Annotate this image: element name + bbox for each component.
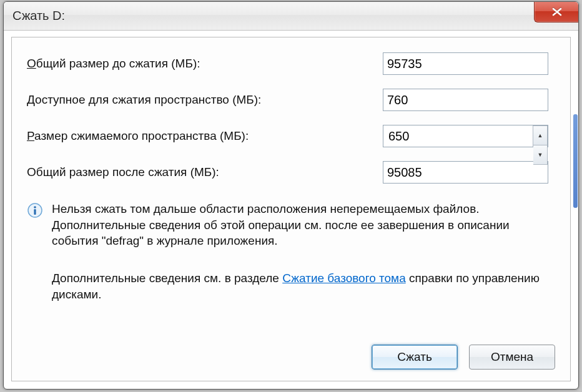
info-icon	[27, 202, 43, 218]
value-total-before: 95735	[383, 52, 548, 75]
spinner-down[interactable]: ▼	[533, 145, 548, 165]
value-total-after: 95085	[383, 161, 548, 184]
spinner-up[interactable]: ▲	[533, 125, 548, 145]
close-icon	[551, 7, 563, 16]
svg-rect-2	[34, 209, 36, 215]
client-area: Общий размер до сжатия (МБ): 95735 Досту…	[11, 37, 571, 381]
spinner-buttons: ▲ ▼	[533, 125, 548, 147]
shrink-volume-help-link[interactable]: Сжатие базового тома	[282, 272, 406, 285]
shrink-amount-input[interactable]	[387, 127, 530, 146]
row-available: Доступное для сжатия пространство (МБ): …	[27, 89, 555, 111]
scrollbar-hint	[573, 114, 578, 208]
dialog-window: Сжать D: Общий размер до сжатия (МБ): 95…	[3, 1, 579, 390]
info-text-2: Дополнительные сведения см. в разделе Сж…	[52, 270, 555, 302]
label-total-after: Общий размер после сжатия (МБ):	[27, 165, 383, 179]
label-shrink-amount: Размер сжимаемого пространства (МБ):	[27, 129, 383, 143]
label-available: Доступное для сжатия пространство (МБ):	[27, 93, 383, 107]
cancel-button[interactable]: Отмена	[469, 345, 555, 370]
shrink-amount-field[interactable]: ▲ ▼	[383, 125, 548, 147]
row-total-after: Общий размер после сжатия (МБ): 95085	[27, 161, 555, 184]
svg-point-1	[34, 206, 36, 208]
row-total-before: Общий размер до сжатия (МБ): 95735	[27, 52, 555, 75]
value-available: 760	[383, 89, 548, 111]
window-title: Сжать D:	[12, 9, 65, 23]
info-block: Нельзя сжать том дальше области располож…	[27, 201, 555, 249]
titlebar: Сжать D:	[4, 2, 578, 31]
shrink-button[interactable]: Сжать	[372, 345, 458, 370]
dialog-footer: Сжать Отмена	[27, 335, 555, 370]
close-button[interactable]	[534, 1, 579, 22]
info-text: Нельзя сжать том дальше области располож…	[52, 201, 555, 249]
label-total-before: Общий размер до сжатия (МБ):	[27, 57, 383, 71]
row-shrink-amount: Размер сжимаемого пространства (МБ): ▲ ▼	[27, 125, 555, 147]
